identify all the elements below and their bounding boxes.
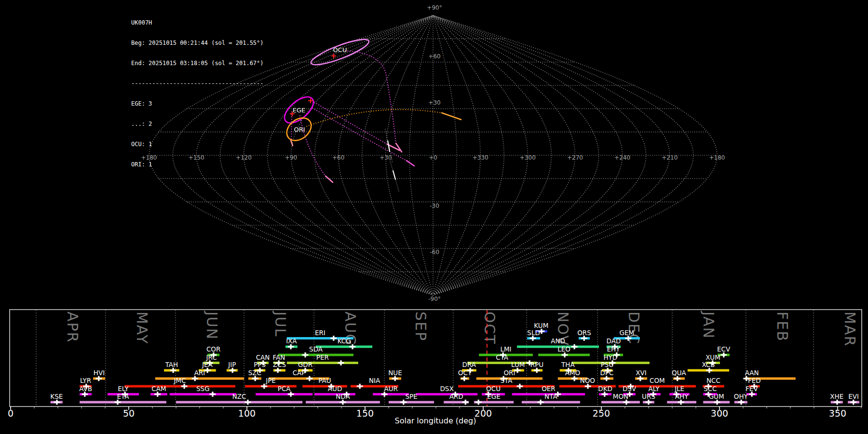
longitude-label: +180 [709, 154, 725, 161]
shower-label-lum: LUM [511, 361, 525, 368]
session-end: End: 20251015 03:18:05 (sol = 201.67°) [131, 60, 264, 67]
shower-label-lyr: LYR [80, 377, 91, 384]
month-label-jun: JUN [203, 311, 220, 340]
peak-marker-ohy [738, 400, 745, 405]
month-label-apr: APR [64, 312, 81, 343]
shower-label-tah: TAH [165, 361, 178, 368]
tick-label: 200 [475, 408, 492, 419]
shower-label-ely: ELY [118, 385, 129, 393]
shower-label-jrc: JRC [205, 353, 217, 361]
peak-marker-ecv [720, 353, 727, 357]
peak-marker-ahy [678, 400, 684, 405]
shower-label-dsv: DSV [623, 385, 637, 393]
longitude-label: +0 [429, 154, 437, 161]
month-label-mar: MAR [841, 312, 858, 347]
shower-label-jea: JEA [202, 361, 213, 368]
peak-marker-cam [154, 392, 161, 396]
shower-label-cta: CTA [496, 353, 509, 361]
shower-label-aud: AUD [328, 385, 342, 393]
month-label-oct: OCT [481, 312, 498, 345]
shower-label-oct: OCT [458, 369, 472, 377]
peak-marker-sld [529, 336, 536, 340]
shower-label-aan: AAN [745, 369, 759, 377]
shower-label-ocu: OCU [486, 385, 501, 393]
shower-label-kcg: KCG [338, 337, 351, 345]
shower-label-aly: ALY [648, 385, 660, 393]
trail-ori-meteor [307, 109, 442, 126]
peak-marker-nta [538, 400, 544, 405]
peak-marker-nia [357, 384, 363, 389]
shower-label-jip: JIP [228, 361, 236, 368]
trail-ege-meteor-3 [300, 116, 326, 176]
shower-label-com: COM [650, 377, 665, 384]
latitude-label: -30 [430, 203, 439, 209]
peak-marker-ege [475, 400, 482, 405]
longitude-label: +30 [380, 154, 392, 161]
peak-marker-xhe [834, 400, 841, 405]
shower-label-evi: EVI [848, 393, 859, 400]
count-ege: EGE: 3 [131, 100, 264, 107]
meteor-segment-ege-meteor-3 [326, 176, 333, 182]
shower-label-pps: PPS [254, 361, 266, 368]
shower-label-eri: ERI [315, 329, 326, 337]
peak-marker-cap [306, 376, 312, 381]
shower-label-aur: AUR [384, 385, 398, 393]
shower-label-dsx: DSX [440, 385, 453, 393]
shower-label-rpu: RPU [530, 361, 543, 368]
peak-marker-noo [585, 384, 591, 389]
shower-bars: KUMERISLDORSGEMIXAKCGANDDADCORSDALMILEOE… [50, 322, 859, 405]
tick-label: 150 [356, 408, 374, 419]
shower-label-fev: FEV [746, 385, 758, 393]
session-begin: Beg: 20251015 00:21:44 (sol = 201.55°) [131, 40, 264, 46]
shower-label-zcs: ZCS [273, 361, 286, 368]
shower-label-and: AND [551, 337, 565, 345]
longitude-label: +60 [332, 154, 344, 161]
longitude-label: +90 [285, 154, 297, 161]
shower-label-ors: ORS [577, 329, 591, 337]
shower-label-kse: KSE [50, 393, 63, 400]
peak-marker-spe [400, 400, 407, 405]
peak-marker-hvi [95, 376, 102, 381]
shower-label-ecv: ECV [717, 345, 731, 353]
shower-label-nta: NTA [544, 393, 557, 400]
tick-label: 300 [711, 408, 728, 419]
peak-marker-mon [623, 400, 629, 405]
peak-marker-dkd [601, 392, 608, 396]
shower-label-jpe: JPE [265, 377, 276, 384]
shower-label-leo: LEO [557, 345, 570, 353]
shower-label-noo: NOO [580, 377, 595, 384]
shower-label-can: CAN [256, 353, 270, 361]
plot-canvas: +180+150+120+90+60+30+0+330+300+270+240+… [0, 0, 868, 434]
meteor-segment-ege-meteor-2 [407, 161, 414, 166]
shower-label-xhe: XHE [830, 393, 843, 400]
shower-label-hyd: HYD [603, 353, 617, 361]
radiant-label-ege: EGE [293, 107, 306, 114]
shower-label-dra: DRA [462, 361, 476, 368]
shower-label-tha: THA [561, 361, 575, 368]
month-label-jul: JUL [272, 311, 289, 338]
peak-marker-ssg [209, 392, 216, 396]
peak-marker-kse [54, 400, 60, 405]
shower-label-jle: JLE [674, 385, 684, 393]
peak-marker-nue [392, 376, 398, 381]
shower-label-fed: FED [748, 377, 761, 384]
shower-label-nue: NUE [388, 369, 402, 377]
shower-label-dkd: DKD [598, 385, 612, 393]
shower-label-avb: AVB [79, 385, 92, 393]
peak-marker-nda [339, 400, 346, 405]
month-label-jan: JAN [700, 311, 717, 339]
peak-marker-ors [581, 336, 587, 340]
peak-marker-urs [646, 400, 652, 405]
shower-label-sda: SDA [309, 345, 323, 353]
peak-marker-nzc [244, 400, 251, 405]
latitude-label: +90° [427, 4, 442, 11]
tick-label: 0 [8, 408, 14, 419]
longitude-label: +210 [662, 154, 678, 161]
shower-label-ncc: NCC [706, 377, 720, 384]
latitude-label: +30 [428, 99, 440, 106]
peak-marker-evi [850, 400, 856, 405]
latitude-label: -90° [428, 296, 441, 302]
shower-label-gem: GEM [620, 329, 635, 337]
count-ocu: OCU: 1 [131, 141, 264, 148]
shower-label-nia: NIA [369, 377, 380, 384]
